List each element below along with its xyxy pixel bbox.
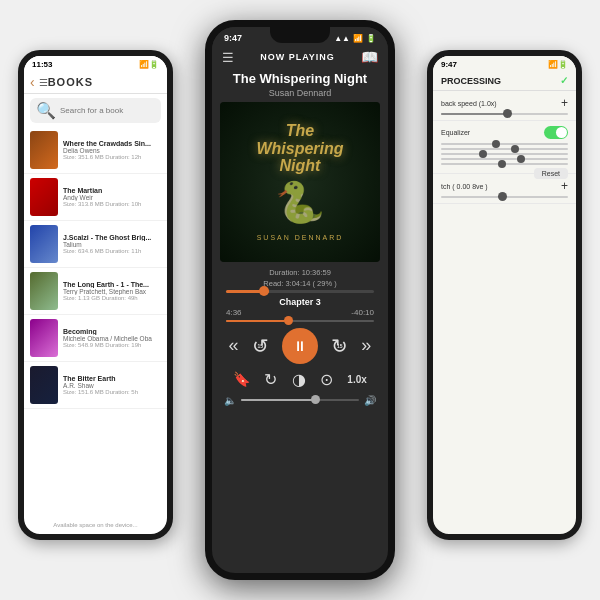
skip-forward-button[interactable]: ↻ 15 bbox=[331, 334, 348, 358]
book-cover bbox=[30, 366, 58, 404]
time-remaining: -40:10 bbox=[351, 308, 374, 317]
rewind-icon: « bbox=[229, 335, 239, 356]
brightness-button[interactable]: ◑ bbox=[292, 370, 306, 389]
left-status-bar: 11:53 📶🔋 bbox=[24, 56, 167, 71]
book-list: Where the Crawdads Sin... Delia Owens Si… bbox=[24, 127, 167, 409]
right-status-icons: 📶🔋 bbox=[548, 60, 568, 69]
book-cover bbox=[30, 178, 58, 216]
refresh-button[interactable]: ↻ bbox=[264, 370, 277, 389]
right-phone: 9:47 📶🔋 PROCESSING ✓ back speed (1.0x) +… bbox=[427, 50, 582, 540]
brightness-icon: ◑ bbox=[292, 370, 306, 389]
fast-forward-button[interactable]: » bbox=[361, 335, 371, 356]
book-title: J.Scalzi - The Ghost Brig... bbox=[63, 234, 161, 241]
book-info: J.Scalzi - The Ghost Brig... Talium Size… bbox=[63, 234, 161, 254]
play-bar[interactable] bbox=[226, 320, 374, 322]
book-meta: Size: 313.8 MB Duration: 10h bbox=[63, 201, 161, 207]
back-arrow-icon[interactable]: ‹ bbox=[30, 74, 35, 90]
progress-thumb bbox=[259, 286, 269, 296]
playback-controls: « ↺ 15 ⏸ ↻ 15 » bbox=[212, 326, 388, 368]
book-meta: Size: 1.13 GB Duration: 49h bbox=[63, 295, 161, 301]
book-meta: Size: 351.6 MB Duration: 12h bbox=[63, 154, 161, 160]
bookmark-button[interactable]: 🔖 bbox=[233, 371, 250, 387]
book-cover bbox=[30, 319, 58, 357]
speed-label: 1.0x bbox=[347, 374, 366, 385]
list-item[interactable]: The Long Earth - 1 - The... Terry Pratch… bbox=[24, 268, 167, 315]
play-pause-button[interactable]: ⏸ bbox=[282, 328, 318, 364]
cover-decoration: 🐍 bbox=[275, 179, 325, 226]
notch bbox=[270, 27, 330, 43]
pitch-plus-button[interactable]: + bbox=[561, 179, 568, 193]
book-meta: Size: 151.6 MB Duration: 5h bbox=[63, 389, 161, 395]
book-info: Becoming Michele Obama / Michelle Oba Si… bbox=[63, 328, 161, 348]
cover-art[interactable]: TheWhisperingNight 🐍 SUSAN DENNARD bbox=[220, 102, 380, 262]
check-icon[interactable]: ✓ bbox=[560, 75, 568, 86]
left-footer: Available space on the device... bbox=[24, 522, 167, 528]
rewind-button[interactable]: « bbox=[229, 335, 239, 356]
volume-row: 🔈 🔊 bbox=[212, 393, 388, 410]
book-title: The Long Earth - 1 - The... bbox=[63, 281, 161, 288]
book-author: Delia Owens bbox=[63, 147, 161, 154]
center-header: ☰ NOW PLAYING 📖 bbox=[212, 45, 388, 69]
airplay-button[interactable]: ⊙ bbox=[320, 370, 333, 389]
volume-thumb bbox=[311, 395, 320, 404]
right-header-title: PROCESSING bbox=[441, 76, 501, 86]
skip-back-button[interactable]: ↺ 15 bbox=[252, 334, 269, 358]
pitch-label: tch ( 0.00 8ve ) bbox=[441, 183, 488, 190]
progress-bar[interactable] bbox=[226, 290, 374, 293]
duration-label: Duration: 10:36:59 bbox=[212, 268, 388, 279]
list-item[interactable]: Becoming Michele Obama / Michelle Oba Si… bbox=[24, 315, 167, 362]
search-icon: 🔍 bbox=[36, 101, 56, 120]
right-status-bar: 9:47 📶🔋 bbox=[433, 56, 576, 71]
book-meta: Size: 634.6 MB Duration: 11h bbox=[63, 248, 161, 254]
book-info: The Martian Andy Weir Size: 313.8 MB Dur… bbox=[63, 187, 161, 207]
equalizer-toggle[interactable] bbox=[544, 126, 568, 139]
book-author: Andy Weir bbox=[63, 194, 161, 201]
hamburger-icon[interactable]: ☰ bbox=[222, 50, 234, 65]
book-title: The Bitter Earth bbox=[63, 375, 161, 382]
list-item[interactable]: J.Scalzi - The Ghost Brig... Talium Size… bbox=[24, 221, 167, 268]
center-status-icons: ▲▲ 📶 🔋 bbox=[334, 34, 376, 43]
search-bar[interactable]: 🔍 bbox=[30, 98, 161, 123]
airplay-icon: ⊙ bbox=[320, 370, 333, 389]
cover-author: SUSAN DENNARD bbox=[257, 234, 344, 241]
center-book-author: Susan Dennard bbox=[212, 87, 388, 102]
book-title: Becoming bbox=[63, 328, 161, 335]
now-playing-label: NOW PLAYING bbox=[260, 52, 335, 62]
bookmark-icon: 🔖 bbox=[233, 371, 250, 387]
center-time: 9:47 bbox=[224, 33, 242, 43]
book-icon[interactable]: 📖 bbox=[361, 49, 378, 65]
book-meta: Size: 548.9 MB Duration: 19h bbox=[63, 342, 161, 348]
list-item[interactable]: The Martian Andy Weir Size: 313.8 MB Dur… bbox=[24, 174, 167, 221]
cover-title: TheWhisperingNight bbox=[248, 122, 351, 175]
search-input[interactable] bbox=[60, 106, 155, 115]
time-row: 4:36 -40:10 bbox=[212, 307, 388, 318]
left-header: ‹ ☰ BOOKS bbox=[24, 71, 167, 94]
volume-low-icon: 🔈 bbox=[224, 395, 236, 406]
list-item[interactable]: Where the Crawdads Sin... Delia Owens Si… bbox=[24, 127, 167, 174]
book-title: Where the Crawdads Sin... bbox=[63, 140, 161, 147]
refresh-icon: ↻ bbox=[264, 370, 277, 389]
left-header-title: BOOKS bbox=[48, 76, 93, 88]
book-author: Michele Obama / Michelle Oba bbox=[63, 335, 161, 342]
battery-icon: 🔋 bbox=[366, 34, 376, 43]
right-header: PROCESSING ✓ bbox=[433, 71, 576, 91]
reset-button[interactable]: Reset bbox=[534, 168, 568, 179]
chapter-label: Chapter 3 bbox=[212, 297, 388, 307]
book-author: Talium bbox=[63, 241, 161, 248]
left-status-icons: 📶🔋 bbox=[139, 60, 159, 69]
book-author: A.R. Shaw bbox=[63, 382, 161, 389]
left-time: 11:53 bbox=[32, 60, 52, 69]
menu-icon[interactable]: ☰ bbox=[39, 77, 48, 88]
book-cover bbox=[30, 131, 58, 169]
book-author: Terry Pratchett, Stephen Bax bbox=[63, 288, 161, 295]
left-phone: 11:53 📶🔋 ‹ ☰ BOOKS 🔍 Where the Crawdads … bbox=[18, 50, 173, 540]
center-book-title: The Whispering Night bbox=[212, 69, 388, 87]
read-label: Read: 3:04:14 ( 29% ) bbox=[212, 279, 388, 290]
volume-bar[interactable] bbox=[241, 399, 359, 401]
book-info: The Long Earth - 1 - The... Terry Pratch… bbox=[63, 281, 161, 301]
equalizer-label: Equalizer bbox=[441, 129, 470, 136]
speed-button[interactable]: 1.0x bbox=[347, 374, 366, 385]
playback-plus-button[interactable]: + bbox=[561, 96, 568, 110]
list-item[interactable]: The Bitter Earth A.R. Shaw Size: 151.6 M… bbox=[24, 362, 167, 409]
time-elapsed: 4:36 bbox=[226, 308, 242, 317]
